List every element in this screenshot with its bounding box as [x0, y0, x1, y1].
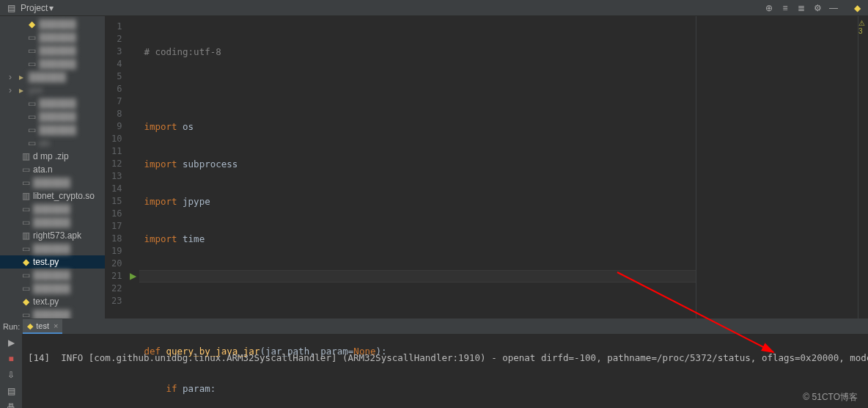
python-file-icon: ◆	[23, 296, 29, 307]
project-toolbar: ▤ Project ▾ ⊕ ≡ ≣ ⚙ — ◆	[0, 0, 868, 16]
right-panel-blurred	[696, 16, 858, 318]
file-icon: ▭	[28, 59, 36, 69]
layout-icon[interactable]: ▤	[5, 385, 17, 397]
tree-item-label: ██████	[33, 217, 70, 227]
project-icon: ▤	[4, 1, 18, 15]
tree-item[interactable]: ▭██████	[0, 31, 105, 44]
file-icon: ▭	[28, 32, 36, 43]
tree-item-label: right573.apk	[33, 230, 81, 241]
tree-item[interactable]: ▭██████	[0, 269, 105, 282]
code-area[interactable]: # coding:utf-8 import os import subproce…	[139, 16, 696, 318]
tree-item[interactable]: ▭██████	[0, 216, 105, 229]
tree-item[interactable]: ▭██████	[0, 282, 105, 295]
tree-item-label: ██████	[33, 310, 70, 318]
watermark: © 51CTO博客	[803, 391, 858, 404]
project-tree[interactable]: ◆██████▭██████▭██████▭██████›▸██████›▸yo…	[0, 16, 106, 318]
tree-item-label: ██████	[39, 45, 76, 56]
file-icon: ▭	[22, 244, 30, 254]
tree-item-label: libnet_crypto.so	[33, 191, 95, 201]
tree-item[interactable]: ›▸yon	[0, 84, 105, 97]
tree-item-label: ata.n	[33, 164, 53, 175]
tree-item-label: ██████	[39, 125, 76, 135]
run-label: Run:	[3, 322, 20, 331]
folder-icon: ▸	[19, 72, 23, 82]
python-file-icon: ◆	[29, 19, 35, 29]
tree-item[interactable]: ▭██████	[0, 203, 105, 216]
tree-item-label: ██████	[33, 204, 70, 214]
down-icon[interactable]: ⇩	[5, 369, 17, 381]
tree-item[interactable]: ›▸██████	[0, 70, 105, 84]
python-icon: ◆	[27, 321, 33, 331]
file-icon: ▭	[22, 270, 30, 280]
file-icon: ▭	[28, 98, 36, 109]
tree-item-label: aix	[39, 138, 50, 148]
tree-item-label: ██████	[33, 283, 70, 294]
tree-item-label: ██████	[39, 19, 76, 29]
tree-item[interactable]: ▭██████	[0, 97, 105, 110]
tree-item-label: test.py	[33, 257, 59, 267]
collapse-icon[interactable]: ≣	[795, 1, 808, 15]
python-file-icon: ◆	[23, 257, 29, 267]
archive-icon: ▥	[22, 151, 30, 161]
file-icon: ▭	[22, 178, 30, 188]
tree-item[interactable]: ▥d mp .zip	[0, 150, 105, 163]
tree-item[interactable]: ◆test.py	[0, 255, 105, 269]
tree-item-label: ██████	[39, 98, 76, 109]
tree-item-label: ██████	[33, 270, 70, 280]
tree-item[interactable]: ▭██████	[0, 308, 105, 318]
file-icon: ▭	[22, 310, 30, 318]
tree-item[interactable]: ▭██████	[0, 242, 105, 255]
file-icon: ▭	[22, 217, 30, 227]
file-icon: ▭	[22, 204, 30, 214]
tree-item-label: ██████	[29, 72, 66, 82]
file-icon: ▭	[22, 164, 30, 175]
tree-item[interactable]: ▭aix	[0, 136, 105, 150]
warnings-badge[interactable]: ⚠ 3	[858, 19, 865, 35]
tree-item[interactable]: ▭██████	[0, 110, 105, 123]
tree-item[interactable]: ◆text.py	[0, 295, 105, 308]
file-icon: ▭	[28, 45, 36, 56]
stop-icon[interactable]: ■	[5, 353, 17, 365]
close-icon[interactable]: ×	[54, 321, 58, 330]
tree-item-label: ██████	[33, 244, 70, 254]
expand-icon[interactable]: ≡	[779, 1, 792, 15]
binary-icon: ▥	[22, 191, 30, 201]
tree-item[interactable]: ◆██████	[0, 18, 105, 31]
target-icon[interactable]: ⊕	[762, 1, 776, 15]
line-number-gutter: 1234567891011121314151617181920212223	[106, 16, 126, 318]
file-icon: ▭	[28, 138, 36, 148]
file-icon: ▭	[28, 112, 36, 122]
run-tab-test[interactable]: ◆ test ×	[23, 319, 62, 334]
tree-item-label: text.py	[33, 296, 59, 307]
tree-item-label: ██████	[39, 32, 76, 43]
tree-item-label: yon	[29, 85, 43, 95]
tree-item[interactable]: ▭██████	[0, 44, 105, 57]
active-file-icon: ◆	[850, 1, 864, 15]
file-icon: ▭	[28, 125, 36, 135]
run-side-toolbar: ▶ ■ ⇩ ▤ 🖶 🗑	[0, 334, 22, 408]
file-icon: ▭	[22, 283, 30, 294]
hide-icon[interactable]: —	[827, 1, 840, 15]
tree-item[interactable]: ▭██████	[0, 123, 105, 136]
tree-item[interactable]: ▭██████	[0, 176, 105, 189]
apk-icon: ▥	[22, 230, 30, 241]
run-gutter-icon[interactable]: ▶	[130, 270, 136, 283]
tree-item-label: ██████	[33, 178, 70, 188]
gutter-icons: ▶	[126, 16, 139, 318]
tree-item-label: d mp .zip	[33, 151, 69, 161]
chevron-down-icon[interactable]: ▾	[49, 3, 54, 13]
code-editor[interactable]: 1234567891011121314151617181920212223 ▶ …	[106, 16, 868, 318]
folder-icon: ▸	[19, 85, 23, 95]
rerun-icon[interactable]: ▶	[5, 337, 17, 349]
tree-item[interactable]: ▥right573.apk	[0, 229, 105, 242]
tree-item[interactable]: ▥libnet_crypto.so	[0, 189, 105, 203]
project-label[interactable]: Project	[21, 3, 48, 13]
print-icon[interactable]: 🖶	[5, 401, 17, 408]
editor-marker-gutter: ⚠ 3	[858, 16, 868, 318]
tree-item[interactable]: ▭██████	[0, 57, 105, 70]
tree-item-label: ██████	[39, 112, 76, 122]
tree-item-label: ██████	[39, 59, 76, 69]
tree-item[interactable]: ▭ata.n	[0, 163, 105, 176]
gear-icon[interactable]: ⚙	[811, 1, 824, 15]
